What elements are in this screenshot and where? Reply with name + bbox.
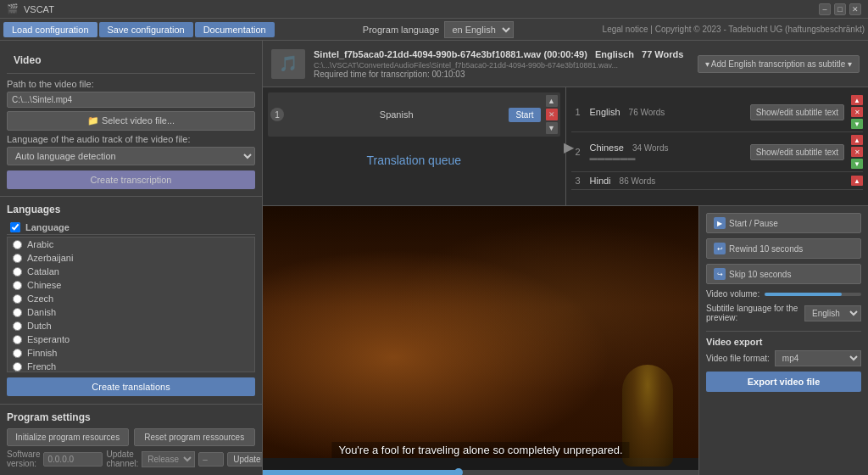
volume-fill xyxy=(765,293,842,296)
video-progress-bar[interactable] xyxy=(263,470,698,475)
export-video-button[interactable]: Export video file xyxy=(706,372,861,392)
esperanto-label: Esperanto xyxy=(27,334,70,344)
play-pause-label: Start / Pause xyxy=(729,219,778,228)
queue-delete-button[interactable]: ✕ xyxy=(546,109,558,120)
close-button[interactable]: ✕ xyxy=(849,3,861,15)
show-edit-subtitle-button-2[interactable]: Show/edit subtitle text xyxy=(750,144,844,160)
save-config-button[interactable]: Save configuration xyxy=(99,22,193,37)
update-button[interactable]: Update xyxy=(227,452,263,467)
video-player[interactable]: You're a fool for traveling alone so com… xyxy=(263,206,698,475)
subtitle-preview-selector: Subtitle language for the preview: Engli… xyxy=(706,304,861,322)
languages-section: Languages Language Arabic Azerbaijani Ca… xyxy=(0,197,262,405)
arabic-radio[interactable] xyxy=(13,240,22,249)
minimize-button[interactable]: – xyxy=(819,3,831,15)
list-item[interactable]: Danish xyxy=(8,305,254,319)
finnish-label: Finnish xyxy=(27,348,57,358)
list-item[interactable]: Czech xyxy=(8,292,254,305)
app-title: VSCAT xyxy=(24,4,54,14)
select-video-button[interactable]: 📁 Select video file... xyxy=(7,111,255,131)
format-select[interactable]: mp4 avi mkv xyxy=(775,350,861,366)
title-bar: 🎬 VSCAT – □ ✕ xyxy=(0,0,868,19)
czech-label: Czech xyxy=(27,293,53,304)
danish-label: Danish xyxy=(27,307,56,317)
start-translation-button[interactable]: Start xyxy=(509,108,540,122)
list-item[interactable]: Chinese xyxy=(8,278,254,292)
version-field[interactable] xyxy=(198,452,224,467)
list-item[interactable]: Esperanto xyxy=(8,332,254,346)
init-resources-button[interactable]: Initialize program resources xyxy=(7,428,129,446)
title-bar-controls: – □ ✕ xyxy=(819,3,861,15)
list-item[interactable]: Catalan xyxy=(8,265,254,278)
subtitle-delete-button[interactable]: ✕ xyxy=(851,107,863,117)
create-transcription-button[interactable]: Create transcription xyxy=(7,170,255,189)
title-bar-left: 🎬 VSCAT xyxy=(7,3,54,14)
update-channel-select[interactable]: Release xyxy=(142,451,195,467)
video-section: Video Path to the video file: 📁 Select v… xyxy=(0,41,262,197)
software-version-label: Software version: xyxy=(7,450,40,468)
queue-arrow-icon: ▶ xyxy=(564,138,574,154)
queue-item: 1 Spanish Start ▲ ✕ ▼ xyxy=(268,92,560,137)
play-pause-button[interactable]: ▶ Start / Pause xyxy=(706,213,861,233)
dutch-radio[interactable] xyxy=(13,321,22,331)
arabic-label: Arabic xyxy=(27,239,53,249)
dutch-label: Dutch xyxy=(27,321,52,331)
subtitle-language-name: English xyxy=(590,107,620,117)
list-item[interactable]: French xyxy=(8,360,254,372)
list-item[interactable]: Finnish xyxy=(8,346,254,360)
video-path-input[interactable] xyxy=(7,92,255,108)
table-row: 1 English 76 Words Show/edit subtitle te… xyxy=(571,92,864,132)
subtitle-2-move-up-button[interactable]: ▲ xyxy=(851,135,863,145)
load-config-button[interactable]: Load configuration xyxy=(3,22,97,37)
finnish-radio[interactable] xyxy=(13,349,22,358)
file-path: C:\...\VSCAT\ConvertedAudioFiles\Sintel_… xyxy=(314,61,689,70)
language-header: Language xyxy=(7,221,255,235)
file-duration: (00:00:49) xyxy=(544,49,587,59)
select-all-languages-checkbox[interactable] xyxy=(10,222,20,232)
rewind-button[interactable]: ↩ Rewind 10 seconds xyxy=(706,238,861,259)
video-progress-thumb[interactable] xyxy=(454,468,463,475)
software-version-input xyxy=(43,452,103,467)
subtitle-3-move-up-button[interactable]: ▲ xyxy=(851,176,863,186)
queue-move-down-button[interactable]: ▼ xyxy=(546,122,558,134)
subtitle-preview-select[interactable]: English Spanish Chinese Hindi xyxy=(804,305,861,321)
settings-section-title: Program settings xyxy=(7,411,255,423)
create-translations-button[interactable]: Create translations xyxy=(7,377,255,396)
skip-button[interactable]: ↪ Skip 10 seconds xyxy=(706,264,861,284)
queue-move-up-button[interactable]: ▲ xyxy=(546,95,558,107)
subtitle-language-info: English 76 Words xyxy=(590,106,745,118)
list-item[interactable]: Azerbaijani xyxy=(8,251,254,265)
settings-buttons-row: Initialize program resources Reset progr… xyxy=(7,428,255,446)
subtitle-number: 1 xyxy=(571,107,585,117)
list-item[interactable]: Arabic xyxy=(8,238,254,251)
audio-language-select[interactable]: Auto language detection xyxy=(7,147,255,165)
volume-slider[interactable] xyxy=(765,293,861,296)
show-edit-subtitle-button[interactable]: Show/edit subtitle text xyxy=(750,104,844,120)
program-language-select[interactable]: en English xyxy=(444,21,514,38)
subtitle-move-up-button[interactable]: ▲ xyxy=(851,95,863,105)
czech-radio[interactable] xyxy=(13,294,22,304)
esperanto-radio[interactable] xyxy=(13,335,22,344)
subtitle-2-delete-button[interactable]: ✕ xyxy=(851,147,863,157)
chinese-label: Chinese xyxy=(27,280,61,290)
video-subtitle-text: You're a fool for traveling alone so com… xyxy=(331,442,629,458)
audio-lang-label: Language of the audio track of the video… xyxy=(7,134,255,144)
add-subtitle-button[interactable]: ▾ Add English transcription as subtitle … xyxy=(698,55,860,73)
maximize-button[interactable]: □ xyxy=(834,3,846,15)
azerbaijani-radio[interactable] xyxy=(13,254,22,263)
subtitle-move-down-button[interactable]: ▼ xyxy=(851,119,863,129)
video-progress-fill xyxy=(263,470,459,475)
list-item[interactable]: Dutch xyxy=(8,319,254,332)
subtitle-item-controls-2: ▲ ✕ ▼ xyxy=(851,135,863,169)
queue-label: Translation queue xyxy=(268,154,560,167)
required-time-value: 00:10:03 xyxy=(432,70,465,79)
queue-item-number: 1 xyxy=(270,108,284,121)
subtitle-word-count: 86 Words xyxy=(620,176,656,186)
subtitle-2-move-down-button[interactable]: ▼ xyxy=(851,159,863,169)
reset-resources-button[interactable]: Reset program ressources xyxy=(134,428,256,446)
french-radio[interactable] xyxy=(13,362,22,372)
chinese-radio[interactable] xyxy=(13,281,22,290)
documentation-button[interactable]: Documentation xyxy=(195,22,275,37)
catalan-radio[interactable] xyxy=(13,267,22,277)
danish-radio[interactable] xyxy=(13,308,22,317)
legal-notice: Legal notice | Copyright © 2023 - Tadebu… xyxy=(603,25,865,34)
